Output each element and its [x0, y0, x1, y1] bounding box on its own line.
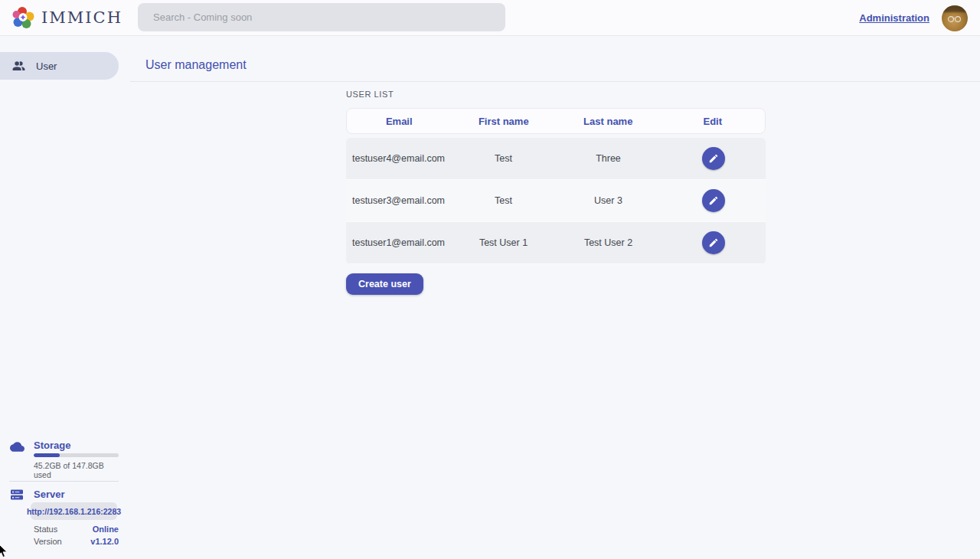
- cell-email: testuser1@email.com: [346, 237, 451, 248]
- section-title: USER LIST: [346, 90, 394, 99]
- glasses-icon: [947, 15, 962, 23]
- sidebar-item-user[interactable]: User: [0, 52, 119, 80]
- pencil-icon: [708, 195, 719, 206]
- sidebar-item-label: User: [36, 60, 57, 72]
- cell-last-name: Test User 2: [556, 237, 661, 248]
- administration-link[interactable]: Administration: [859, 12, 929, 24]
- sidebar-divider: [9, 481, 119, 482]
- version-label: Version: [34, 537, 62, 546]
- user-table: testuser4@email.com Test Three testuser3…: [346, 138, 766, 264]
- cell-first-name: Test: [451, 153, 556, 164]
- brand: IMMICH: [12, 6, 122, 29]
- server-version-row: Version v1.12.0: [34, 537, 119, 546]
- topbar: IMMICH Administration: [0, 0, 980, 36]
- table-header: Email First name Last name Edit: [346, 108, 766, 134]
- storage-progress-bar: [34, 453, 119, 457]
- topbar-right: Administration: [859, 0, 968, 36]
- table-row: testuser3@email.com Test User 3: [346, 180, 766, 222]
- status-label: Status: [34, 525, 57, 534]
- cloud-icon: [10, 440, 24, 454]
- edit-user-button[interactable]: [702, 231, 725, 254]
- column-header-first-name: First name: [452, 116, 557, 127]
- edit-user-button[interactable]: [702, 189, 725, 212]
- brand-wordmark: IMMICH: [41, 8, 122, 27]
- status-value: Online: [93, 525, 119, 534]
- cell-last-name: User 3: [556, 195, 661, 206]
- cell-last-name: Three: [556, 153, 661, 164]
- pencil-icon: [708, 237, 719, 248]
- storage-title: Storage: [34, 440, 70, 451]
- avatar[interactable]: [942, 5, 968, 31]
- app-window: IMMICH Administration User Stor: [0, 0, 980, 559]
- cell-first-name: Test User 1: [451, 237, 556, 248]
- search-input[interactable]: [138, 3, 505, 31]
- server-title: Server: [34, 489, 64, 500]
- table-row: testuser1@email.com Test User 1 Test Use…: [346, 222, 766, 264]
- column-header-email: Email: [347, 116, 452, 127]
- cell-email: testuser4@email.com: [346, 153, 451, 164]
- cell-first-name: Test: [451, 195, 556, 206]
- cell-email: testuser3@email.com: [346, 195, 451, 206]
- sidebar: User Storage 45.2GB of 147.8GB used Serv…: [0, 36, 119, 559]
- create-user-button[interactable]: Create user: [346, 273, 423, 295]
- server-icon: [10, 488, 24, 502]
- server-status-row: Status Online: [34, 525, 119, 534]
- server-url-chip: http://192.168.1.216:2283: [31, 502, 117, 520]
- title-divider: [130, 81, 980, 82]
- pencil-icon: [708, 153, 719, 164]
- version-value: v1.12.0: [90, 537, 119, 546]
- column-header-last-name: Last name: [556, 116, 661, 127]
- users-icon: [11, 59, 26, 74]
- column-header-edit: Edit: [661, 116, 766, 127]
- edit-user-button[interactable]: [702, 147, 725, 170]
- storage-progress-fill: [34, 453, 60, 457]
- table-row: testuser4@email.com Test Three: [346, 138, 766, 180]
- page-title: User management: [145, 58, 247, 72]
- immich-logo-icon: [12, 6, 35, 29]
- storage-usage-text: 45.2GB of 147.8GB used: [34, 461, 119, 479]
